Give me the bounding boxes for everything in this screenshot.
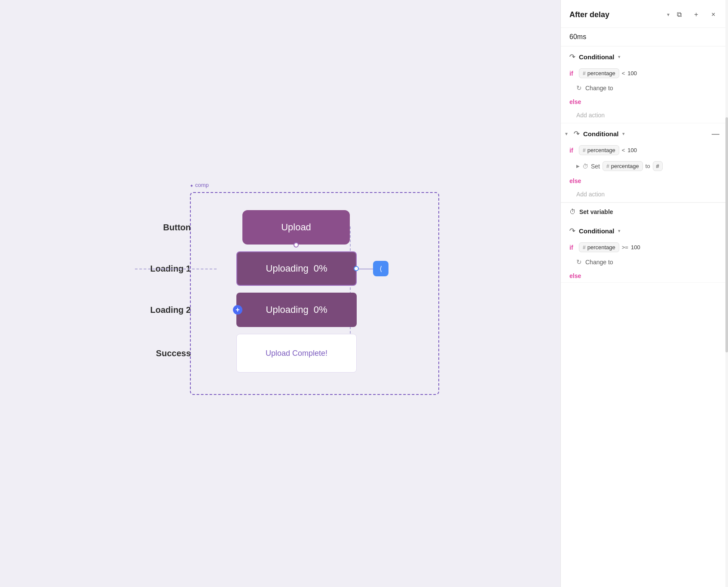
card-loading1[interactable]: Uploading 0% — [236, 251, 357, 286]
success-text: Upload Complete! — [266, 349, 327, 358]
set-hash-icon: # — [606, 163, 609, 169]
state-row-loading2: Loading 2 + Uploading 0% — [212, 293, 417, 327]
loading2-text: Uploading — [266, 304, 309, 315]
else-label-2: else — [569, 177, 581, 184]
cond-minus-2[interactable]: — — [712, 129, 719, 138]
panel-icons: ⧉ + × — [673, 9, 719, 21]
comp-label: ⬥ comp — [190, 182, 209, 188]
conditional-block-1: ↶ Conditional ▾ if # percentage < 100 ↻ … — [561, 46, 728, 123]
loading2-percent: 0% — [314, 304, 327, 315]
state-label-loading2: Loading 2 — [144, 305, 191, 315]
add-action-row-2[interactable]: Add action — [561, 187, 728, 202]
comp-container: ⬥ comp Button Upload — [190, 192, 439, 395]
comp-diamond-icon: ⬥ — [190, 182, 193, 188]
cond-chevron-2[interactable]: ▾ — [622, 131, 625, 137]
if-var-chip-3[interactable]: # percentage — [579, 242, 619, 252]
conditional-header-1: ↶ Conditional ▾ — [561, 46, 728, 66]
loading1-text: Uploading — [266, 263, 309, 274]
delay-value[interactable]: 60ms — [561, 28, 728, 46]
if-row-2: if # percentage < 100 — [561, 143, 728, 158]
cond-chevron-1[interactable]: ▾ — [618, 54, 621, 60]
panel-scroll[interactable]: ↶ Conditional ▾ if # percentage < 100 ↻ … — [561, 46, 728, 587]
else-row-3: else — [561, 269, 728, 282]
add-action-text-2: Add action — [576, 191, 605, 198]
card-upload[interactable]: Upload — [242, 210, 350, 245]
change-to-label-3: Change to — [585, 259, 613, 266]
if-op-3: >= — [622, 244, 628, 251]
cond-title-1: Conditional — [579, 53, 615, 61]
else-label-3: else — [569, 272, 581, 279]
cond-title-2: Conditional — [583, 130, 619, 138]
conditional-block-3: ↶ Conditional ▾ if # percentage >= 100 ↻… — [561, 220, 728, 283]
cond-chevron-3[interactable]: ▾ — [618, 228, 621, 234]
change-icon-1: ↻ — [576, 84, 582, 92]
change-icon-3: ↻ — [576, 258, 582, 266]
copy-button[interactable]: ⧉ — [673, 9, 685, 21]
cond-title-3: Conditional — [579, 227, 615, 235]
add-button[interactable]: + — [690, 9, 702, 21]
if-label-1: if — [569, 70, 576, 77]
canvas-area: ⬥ comp Button Upload — [0, 0, 560, 587]
add-plus-icon[interactable]: + — [233, 305, 242, 315]
scrollbar-track — [725, 0, 728, 587]
set-triangle-icon[interactable]: ▶ — [576, 164, 580, 168]
set-text: Set — [591, 163, 600, 170]
action-row-1: ↻ Change to — [561, 81, 728, 95]
panel-header: After delay ▾ ⧉ + × — [561, 0, 728, 28]
else-row-1: else — [561, 95, 728, 108]
else-label-1: else — [569, 98, 581, 105]
state-label-button: Button — [144, 223, 191, 232]
hash-icon-2: # — [583, 147, 586, 153]
if-var-chip-2[interactable]: # percentage — [579, 145, 619, 155]
set-variable-label: Set variable — [579, 208, 613, 215]
conditional-block-2: ▼ ↶ Conditional ▾ — if # percentage < 10… — [561, 123, 728, 202]
set-clock-icon: ⏱ — [582, 163, 588, 170]
to-text: to — [645, 163, 650, 169]
if-var-chip-1[interactable]: # percentage — [579, 68, 619, 78]
if-label-2: if — [569, 147, 576, 154]
conn-arrow[interactable]: ⟨ — [373, 261, 388, 276]
state-row-success: Success Upload Complete! — [212, 334, 417, 373]
action-row-3: ↻ Change to — [561, 255, 728, 269]
panel-title: After delay — [569, 10, 664, 19]
loading1-percent: 0% — [314, 263, 327, 274]
set-variable-block: ⏱ Set variable — [561, 202, 728, 220]
if-row-1: if # percentage < 100 — [561, 66, 728, 81]
conditional-header-3: ↶ Conditional ▾ — [561, 220, 728, 240]
hash-icon-1: # — [583, 70, 586, 76]
scrollbar-thumb[interactable] — [725, 117, 728, 352]
if-var-name-3: percentage — [587, 244, 615, 251]
conditional-icon-2: ↶ — [574, 129, 580, 138]
if-row-3: if # percentage >= 100 — [561, 240, 728, 255]
change-to-label-1: Change to — [585, 85, 613, 92]
upload-text: Upload — [281, 222, 311, 233]
card-success[interactable]: Upload Complete! — [236, 334, 357, 373]
hash-icon-3: # — [583, 245, 586, 251]
set-var-chip[interactable]: # percentage — [603, 161, 643, 171]
set-to-hash: # — [656, 163, 659, 169]
collapse-arrow-2[interactable]: ▼ — [564, 131, 569, 136]
set-var-name: percentage — [611, 163, 639, 169]
set-var-clock-icon: ⏱ — [569, 208, 576, 215]
state-rows: Button Upload ⟨ Loading 1 — [212, 210, 417, 373]
add-action-text-1: Add action — [576, 112, 605, 119]
set-to-chip[interactable]: # — [653, 161, 663, 171]
if-val-1: 100 — [627, 70, 637, 76]
close-button[interactable]: × — [707, 9, 719, 21]
if-op-2: < — [622, 147, 625, 153]
else-row-2: else — [561, 174, 728, 187]
comp-name: comp — [195, 182, 209, 188]
conditional-icon-3: ↶ — [569, 226, 575, 235]
if-label-3: if — [569, 244, 576, 251]
panel-title-chevron-icon[interactable]: ▾ — [667, 12, 670, 18]
right-panel: After delay ▾ ⧉ + × 60ms ↶ Conditional ▾… — [560, 0, 728, 587]
if-val-3: 100 — [631, 244, 640, 251]
if-var-name-2: percentage — [587, 147, 615, 153]
state-row-loading1: ⟨ Loading 1 Uploading 0% — [212, 251, 417, 286]
if-op-1: < — [622, 70, 625, 76]
card-loading2[interactable]: + Uploading 0% — [236, 293, 357, 327]
set-row-2: ▶ ⏱ Set # percentage to # — [561, 158, 728, 174]
conditional-header-2: ▼ ↶ Conditional ▾ — — [561, 123, 728, 143]
add-action-row-1[interactable]: Add action — [561, 108, 728, 123]
if-var-name-1: percentage — [587, 70, 615, 76]
